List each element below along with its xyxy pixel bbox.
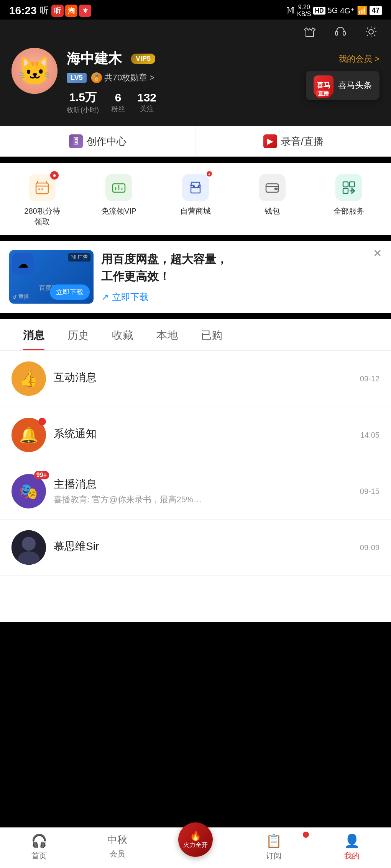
bottom-nav: 🎧 首页 中秋 会员 🔥 火力全开 📋 订阅 👤 我的 — [0, 827, 391, 868]
msg-content-anchor: 主播消息 喜播教育: 官方@你来录书，最高25%… — [54, 477, 352, 505]
ad-mark: 𝕄 广告 — [68, 253, 90, 262]
msg-preview-anchor: 喜播教育: 官方@你来录书，最高25%… — [54, 494, 352, 505]
status-bar: 16:23 听 听 淘 🗡 𝕄 9.20KB/S HD 5G 4G⁺ 📶 47 — [0, 0, 391, 20]
vip-badge: VIP5 — [131, 54, 155, 64]
svg-rect-15 — [274, 188, 278, 190]
nav-center[interactable]: 🔥 火力全开 — [156, 828, 235, 868]
profile-name: 海中建木 — [67, 49, 122, 68]
stat-listen-num: 1.5万 — [67, 90, 99, 105]
service-item-wallet[interactable]: 钱包 — [247, 174, 297, 227]
ad-section: ☁ 百度网盘 𝕄 广告 ↺重播 立即下载 用百度网盘，超大容量，工作更高效！ ↗… — [0, 241, 391, 313]
services-grid: ● 280积分待 领取 免流领VIP — [0, 163, 391, 235]
member-icon: 中秋 — [107, 833, 127, 847]
message-item-interaction[interactable]: 👍 互动消息 09-12 — [0, 351, 391, 407]
wallet-icon — [259, 174, 286, 201]
carrier-icon: 𝕄 — [286, 6, 295, 16]
settings-icon[interactable] — [363, 23, 380, 40]
ad-link[interactable]: ↗ 立即下载 — [101, 291, 382, 303]
network-speed: 9.20KB/S — [297, 4, 311, 17]
stat-fans: 6 粉丝 — [111, 91, 125, 113]
status-time: 16:23 — [9, 5, 37, 17]
msg-avatar-anchor: 🎭 99+ — [12, 474, 46, 508]
headset-icon[interactable] — [332, 23, 349, 40]
ad-content: 用百度网盘，超大容量，工作更高效！ ↗ 立即下载 — [101, 250, 382, 303]
mine-icon: 👤 — [344, 833, 360, 848]
all-services-icon — [335, 174, 362, 201]
tab-local[interactable]: 本地 — [145, 319, 189, 350]
nav-home[interactable]: 🎧 首页 — [0, 828, 78, 868]
member-link[interactable]: 我的会员 > — [338, 53, 380, 65]
msg-time-musivi: 09-09 — [360, 543, 380, 552]
shirt-icon[interactable] — [301, 23, 318, 40]
msg-avatar-interaction: 👍 — [12, 361, 46, 396]
message-item-musivi[interactable]: 慕思维Sir 09-09 — [0, 520, 391, 576]
free-vip-label: 免流领VIP — [101, 206, 136, 216]
tab-recording[interactable]: ▶ 录音/直播 — [196, 126, 391, 157]
shop-label: 自营商城 — [180, 206, 211, 216]
recording-label: 录音/直播 — [281, 135, 324, 148]
level-badge: LV5 — [67, 73, 87, 83]
ad-replay[interactable]: ↺重播 — [12, 294, 29, 301]
msg-content-system: 系统通知 — [54, 427, 353, 443]
service-item-points[interactable]: ● 280积分待 领取 — [17, 174, 67, 227]
ad-logo: ☁ — [12, 253, 34, 275]
home-label: 首页 — [31, 851, 47, 861]
service-item-all[interactable]: 全部服务 — [324, 174, 374, 227]
points-badge: ● — [50, 171, 59, 180]
member-label: 会员 — [110, 849, 125, 859]
avatar[interactable]: 🐱 — [12, 48, 58, 94]
msg-content-interaction: 互动消息 — [54, 370, 352, 387]
tab-creation-center[interactable]: 🎛 创作中心 — [0, 126, 196, 157]
medal-icon: 🏅 — [91, 72, 102, 83]
ad-close-button[interactable]: ✕ — [373, 247, 382, 260]
all-services-label: 全部服务 — [334, 206, 364, 216]
tab-purchased[interactable]: 已购 — [189, 319, 234, 350]
medals-link[interactable]: 🏅 共70枚勋章 > — [91, 72, 154, 83]
xima-logo: 喜马 直播 — [314, 75, 334, 95]
ad-title: 用百度网盘，超大容量，工作更高效！ — [101, 250, 382, 285]
service-item-free-vip[interactable]: 免流领VIP — [94, 174, 144, 227]
ad-thumbnail[interactable]: ☁ 百度网盘 𝕄 广告 ↺重播 立即下载 — [9, 250, 94, 304]
ad-download-btn-thumb[interactable]: 立即下载 — [50, 284, 90, 300]
xima-live-badge: 直播 — [316, 90, 331, 98]
ad-link-text: 立即下载 — [112, 291, 149, 303]
nav-subscribe[interactable]: 📋 订阅 — [235, 828, 313, 868]
svg-rect-17 — [350, 182, 355, 187]
tab-messages[interactable]: 消息 — [12, 319, 56, 350]
tab-history[interactable]: 历史 — [56, 319, 100, 350]
svg-point-2 — [369, 29, 373, 34]
xima-tooltip[interactable]: 喜马 直播 喜马头条 — [306, 71, 380, 100]
subscribe-label: 订阅 — [266, 851, 281, 861]
svg-rect-16 — [343, 182, 348, 187]
home-icon: 🎧 — [31, 833, 47, 848]
msg-time-anchor: 09-15 — [360, 487, 380, 496]
message-item-system[interactable]: 🔔 系统通知 14:05 — [0, 407, 391, 463]
nav-mine[interactable]: 👤 我的 — [313, 828, 391, 868]
stat-fans-num: 6 — [111, 91, 125, 104]
stat-listen-label: 收听(小时) — [67, 105, 99, 114]
status-listen-label: 听 — [40, 5, 48, 16]
nav-member[interactable]: 中秋 会员 — [78, 828, 156, 868]
unread-count-anchor: 99+ — [34, 471, 49, 479]
app-icon-taobao: 淘 — [65, 5, 77, 17]
message-item-anchor[interactable]: 🎭 99+ 主播消息 喜播教育: 官方@你来录书，最高25%… 09-15 — [0, 463, 391, 520]
subscribe-icon: 📋 — [266, 833, 282, 848]
4g-icon: 4G⁺ — [340, 6, 355, 15]
wifi-icon: 📶 — [357, 6, 367, 16]
stat-fans-label: 粉丝 — [111, 104, 125, 113]
creation-center-icon: 🎛 — [69, 134, 83, 148]
avatar-image: 🐱 — [12, 48, 58, 94]
battery-level: 47 — [370, 6, 382, 15]
svg-point-5 — [38, 188, 40, 190]
msg-title-musivi: 慕思维Sir — [54, 539, 352, 554]
shop-icon — [182, 174, 209, 201]
svg-point-6 — [41, 188, 43, 190]
5g-label: 5G — [328, 6, 338, 15]
msg-content-musivi: 慕思维Sir — [54, 539, 352, 556]
service-item-shop[interactable]: ● 自营商城 — [171, 174, 220, 227]
shop-badge: ● — [207, 171, 212, 177]
recording-icon: ▶ — [263, 134, 277, 148]
tab-favorites[interactable]: 收藏 — [100, 319, 145, 350]
app-icon-listen: 听 — [51, 5, 64, 17]
nav-center-circle: 🔥 火力全开 — [178, 822, 213, 857]
